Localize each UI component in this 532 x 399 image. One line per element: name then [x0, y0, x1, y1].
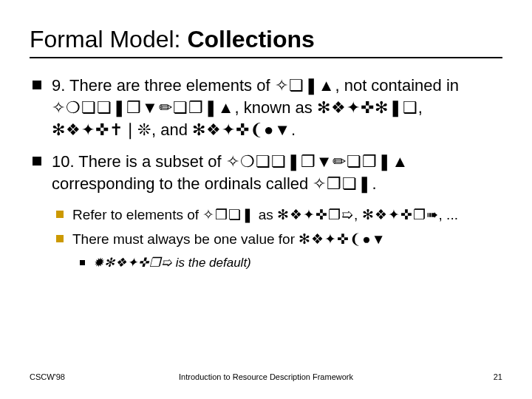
subpoint-always: There must always be one value for ✻❖✦✜❨…: [30, 230, 502, 249]
bullet-list: 9. There are three elements of ✧❏❚▲, not…: [30, 75, 502, 272]
slide-footer: CSCW'98 Introduction to Resource Descrip…: [30, 372, 502, 381]
slide: Formal Model: Collections 9. There are t…: [0, 0, 532, 399]
symbol-run: ✹✻❖✦✜❐➯: [93, 256, 172, 270]
title-plain: Formal Model:: [30, 26, 187, 52]
symbol-run: ✻❖✦✜✝❘❊: [52, 120, 151, 139]
subpoint-refer: Refer to elements of ✧❒❏❚ as ✻❖✦✜❐➯, ✻❖✦…: [30, 205, 502, 225]
text: corresponding to the ordinals called: [52, 174, 313, 193]
symbol-run: ✻❖✦✜❨●▼: [299, 231, 386, 247]
title-bold: Collections: [187, 26, 314, 52]
text: ,: [418, 98, 423, 117]
footer-center: Introduction to Resource Description Fra…: [148, 372, 384, 381]
slide-title: Formal Model: Collections: [30, 27, 502, 52]
point-9: 9. There are three elements of ✧❏❚▲, not…: [30, 75, 502, 140]
footer-page: 21: [384, 372, 502, 381]
symbol-run: ✧❍❏❏❚❒▼✏❏❒❚▲: [226, 152, 409, 171]
text: There must always be one value for: [72, 231, 299, 247]
symbol-run: ✻❖✦✜❨●▼: [192, 120, 291, 139]
text: , ...: [439, 207, 458, 222]
text: 10. There is a subset of: [52, 152, 226, 171]
text: as: [254, 207, 277, 222]
text: .: [372, 174, 376, 193]
text: 9. There are three elements of: [52, 76, 275, 95]
text: , and: [151, 120, 192, 139]
symbol-run: ✻❖✦✜❐➠: [362, 207, 439, 222]
footer-left: CSCW'98: [30, 372, 148, 381]
text: , not contained in: [335, 76, 459, 95]
symbol-run: ✧❍❏❏❚❒▼✏❏❒❚▲: [52, 98, 235, 117]
text: .: [291, 120, 296, 139]
symbol-run: ✧❒❏❚: [313, 174, 372, 193]
text: ,: [354, 207, 362, 222]
title-rule: [30, 57, 502, 58]
symbol-run: ✧❒❏❚: [202, 207, 254, 222]
text: is the default): [172, 256, 251, 270]
symbol-run: ✻❖✦✜❐➯: [277, 207, 354, 222]
subsubpoint-default: ✹✻❖✦✜❐➯ is the default): [30, 255, 502, 272]
symbol-run: ✧❏❚▲: [275, 76, 335, 95]
text: , known as: [235, 98, 317, 117]
point-10: 10. There is a subset of ✧❍❏❏❚❒▼✏❏❒❚▲ co…: [30, 151, 502, 194]
text: Refer to elements of: [72, 207, 202, 222]
symbol-run: ✻❖✦✜✻❚❑: [317, 98, 418, 117]
